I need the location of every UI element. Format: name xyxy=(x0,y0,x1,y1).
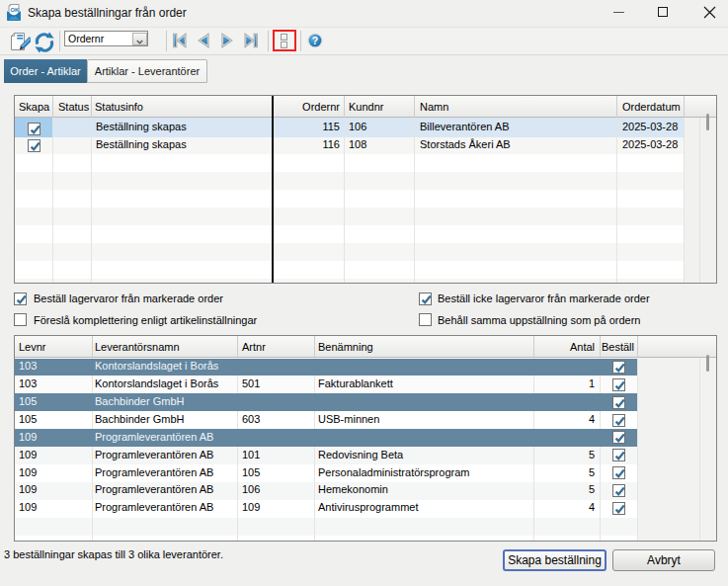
svg-text:OK: OK xyxy=(11,7,21,13)
svg-text:?: ? xyxy=(312,35,318,46)
